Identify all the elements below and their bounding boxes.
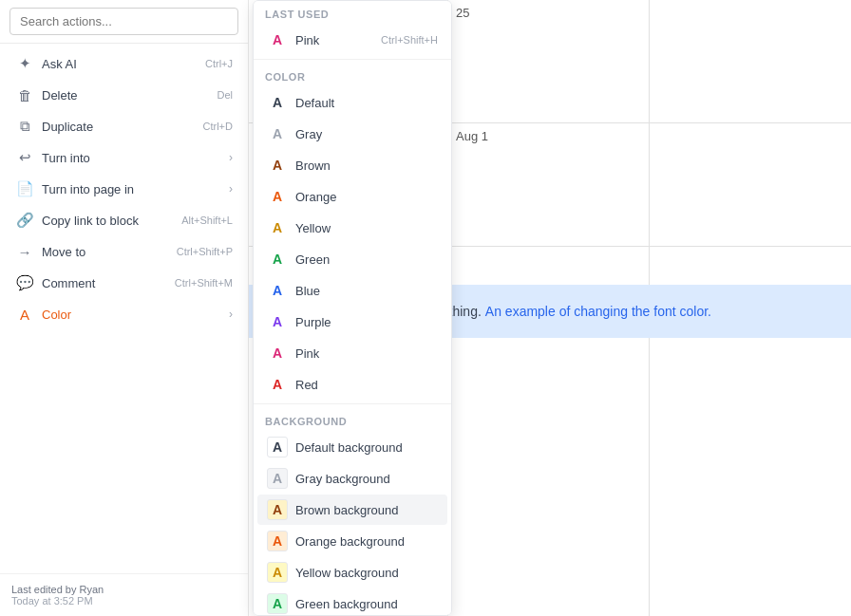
color-row-yellow[interactable]: A Yellow — [257, 213, 447, 243]
calendar-aug1: Aug 1 — [456, 129, 488, 143]
color-name-red: Red — [295, 378, 318, 392]
bg-letter-orange-background: A — [267, 531, 288, 551]
delete-label: Delete — [42, 88, 209, 103]
last-used-pink-row[interactable]: A Pink Ctrl+Shift+H — [257, 25, 447, 55]
bg-row-brown-background[interactable]: A Brown background — [257, 495, 447, 525]
last-used-letter: A — [267, 29, 288, 50]
color-letter-pink: A — [267, 343, 288, 364]
color-arrow: › — [229, 308, 233, 321]
comment-shortcut: Ctrl+Shift+M — [175, 277, 233, 289]
copy-link-item[interactable]: 🔗 Copy link to block Alt+Shift+L — [4, 205, 244, 235]
color-section-label: Color — [254, 64, 451, 86]
bg-name-gray-background: Gray background — [295, 472, 390, 486]
search-input[interactable] — [9, 8, 238, 35]
copy-link-label: Copy link to block — [42, 214, 174, 228]
turn-into-label: Turn into — [42, 151, 225, 165]
move-icon: → — [15, 242, 34, 261]
color-row-orange[interactable]: A Orange — [257, 181, 447, 212]
turn-into-page-label: Turn into page in — [42, 182, 225, 196]
color-row-red[interactable]: A Red — [257, 369, 447, 400]
bg-name-brown-background: Brown background — [295, 503, 398, 517]
color-letter-purple: A — [267, 311, 288, 332]
color-rows: A Default A Gray A Brown A Orange A Yell… — [254, 87, 451, 400]
comment-icon: 💬 — [15, 273, 34, 292]
color-name-blue: Blue — [295, 284, 320, 298]
menu-list: ✦ Ask AI Ctrl+J 🗑 Delete Del ⧉ Duplicate… — [0, 44, 248, 573]
color-row-gray[interactable]: A Gray — [257, 119, 447, 149]
color-icon: A — [15, 305, 34, 324]
calendar-number-25: 25 — [456, 6, 469, 20]
bg-letter-gray-background: A — [267, 468, 288, 489]
divider-2 — [254, 403, 451, 404]
bg-row-gray-background[interactable]: A Gray background — [257, 463, 447, 494]
last-used-label: Last used — [254, 1, 451, 24]
turn-into-icon: ↩ — [15, 148, 34, 167]
color-name-default: Default — [295, 96, 334, 110]
move-to-label: Move to — [42, 245, 169, 259]
color-letter-gray: A — [267, 123, 288, 144]
color-name-brown: Brown — [295, 159, 331, 173]
footer-info: Last edited by Ryan Today at 3:52 PM — [0, 573, 248, 616]
color-name-purple: Purple — [295, 315, 331, 329]
divider-1 — [254, 59, 451, 60]
bg-letter-green-background: A — [267, 593, 288, 614]
bg-name-green-background: Green background — [295, 597, 398, 611]
comment-item[interactable]: 💬 Comment Ctrl+Shift+M — [4, 268, 244, 298]
color-name-green: Green — [295, 252, 330, 267]
turn-into-page-item[interactable]: 📄 Turn into page in › — [4, 174, 244, 204]
ai-icon: ✦ — [15, 54, 34, 73]
bg-name-orange-background: Orange background — [295, 534, 405, 549]
comment-label: Comment — [42, 276, 167, 290]
color-label: Color — [42, 308, 225, 322]
color-name-yellow: Yellow — [295, 221, 331, 235]
delete-icon: 🗑 — [15, 85, 34, 104]
color-letter-orange: A — [267, 186, 288, 207]
turn-into-item[interactable]: ↩ Turn into › — [4, 142, 244, 173]
link-icon: 🔗 — [15, 211, 34, 230]
color-row-purple[interactable]: A Purple — [257, 307, 447, 337]
color-dropdown-panel: Last used A Pink Ctrl+Shift+H Color A De… — [253, 0, 452, 616]
last-used-name: Pink — [295, 33, 381, 47]
color-letter-yellow: A — [267, 217, 288, 238]
footer-time: Today at 3:52 PM — [11, 595, 236, 607]
action-menu-panel: ✦ Ask AI Ctrl+J 🗑 Delete Del ⧉ Duplicate… — [0, 0, 249, 616]
background-section-label: Background — [254, 408, 451, 431]
move-to-shortcut: Ctrl+Shift+P — [177, 246, 233, 257]
delete-shortcut: Del — [217, 89, 233, 101]
bg-row-green-background[interactable]: A Green background — [257, 588, 447, 616]
color-name-pink: Pink — [295, 346, 319, 361]
move-to-item[interactable]: → Move to Ctrl+Shift+P — [4, 236, 244, 267]
footer-edited-by: Last edited by Ryan — [11, 584, 104, 595]
color-row-green[interactable]: A Green — [257, 244, 447, 274]
bg-name-default-background: Default background — [295, 440, 403, 455]
color-row-default[interactable]: A Default — [257, 87, 447, 118]
bg-letter-default-background: A — [267, 437, 288, 457]
bg-letter-yellow-background: A — [267, 562, 288, 583]
color-row-brown[interactable]: A Brown — [257, 150, 447, 180]
duplicate-label: Duplicate — [42, 120, 196, 134]
color-letter-default: A — [267, 92, 288, 113]
color-name-orange: Orange — [295, 190, 336, 204]
bg-row-yellow-background[interactable]: A Yellow background — [257, 557, 447, 588]
duplicate-icon: ⧉ — [15, 117, 34, 136]
bg-row-default-background[interactable]: A Default background — [257, 432, 447, 462]
color-letter-green: A — [267, 249, 288, 270]
color-letter-blue: A — [267, 280, 288, 301]
color-row-pink[interactable]: A Pink — [257, 338, 447, 368]
turn-into-page-arrow: › — [229, 182, 233, 196]
background-rows: A Default background A Gray background A… — [254, 432, 451, 616]
ask-ai-item[interactable]: ✦ Ask AI Ctrl+J — [4, 48, 244, 79]
last-used-shortcut: Ctrl+Shift+H — [381, 34, 438, 46]
search-box-container — [0, 0, 248, 44]
color-name-gray: Gray — [295, 127, 322, 141]
ask-ai-label: Ask AI — [42, 57, 198, 71]
blue-highlight-colored: An example of changing the font color. — [485, 304, 711, 319]
delete-item[interactable]: 🗑 Delete Del — [4, 80, 244, 110]
color-row-blue[interactable]: A Blue — [257, 275, 447, 306]
duplicate-item[interactable]: ⧉ Duplicate Ctrl+D — [4, 111, 244, 141]
turn-into-page-icon: 📄 — [15, 179, 34, 198]
bg-row-orange-background[interactable]: A Orange background — [257, 526, 447, 556]
duplicate-shortcut: Ctrl+D — [203, 121, 233, 132]
color-item[interactable]: A Color › — [4, 299, 244, 329]
color-letter-red: A — [267, 374, 288, 395]
